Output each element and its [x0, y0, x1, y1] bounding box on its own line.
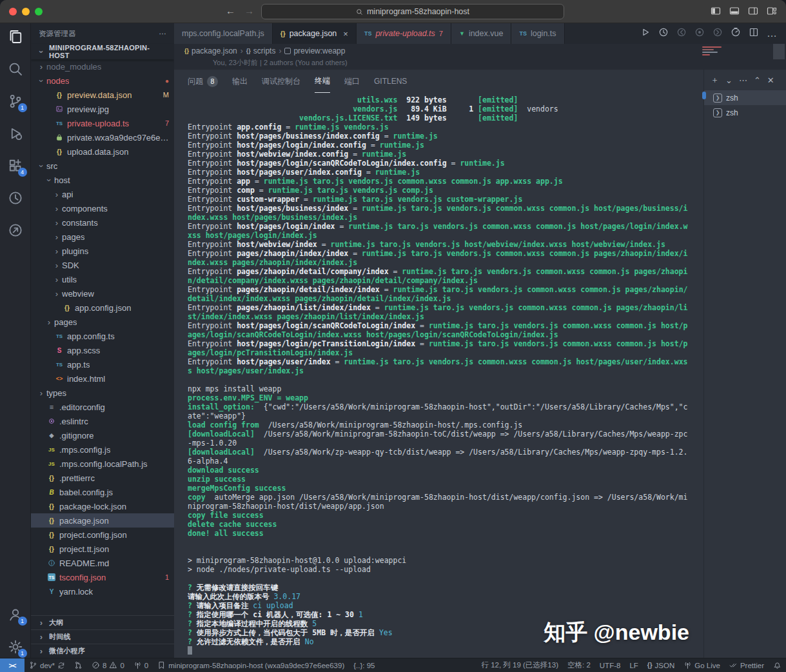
tree-item-host[interactable]: ›host	[31, 173, 174, 187]
breadcrumb-item[interactable]: {}scripts	[246, 46, 276, 55]
nav-back-icon[interactable]	[676, 27, 687, 40]
tree-item-app.ts[interactable]: TSapp.ts	[31, 357, 174, 371]
sidebar-section-大纲[interactable]: ›大纲	[31, 615, 174, 629]
tree-item-.gitignore[interactable]: ◆.gitignore	[31, 428, 174, 442]
close-icon[interactable]: ✕	[767, 75, 774, 85]
tree-item-SDK[interactable]: ›SDK	[31, 258, 174, 272]
tree-item-README.md[interactable]: README.md	[31, 556, 174, 570]
toggle-secondary-sidebar-icon[interactable]	[748, 6, 758, 16]
statusbar-eol[interactable]: LF	[625, 658, 642, 672]
tree-item-utils[interactable]: ›utils	[31, 272, 174, 286]
search-icon[interactable]	[7, 61, 24, 77]
tab-index.vue[interactable]: ▼index.vue	[451, 23, 511, 44]
plus-icon[interactable]: ＋	[711, 74, 719, 86]
panel-tab-端口[interactable]: 端口	[344, 70, 360, 93]
statusbar-language-mode[interactable]: {}JSON	[643, 658, 679, 672]
tree-item-.editorconfig[interactable]: ≡.editorconfig	[31, 400, 174, 414]
forward-icon[interactable]: →	[244, 5, 254, 16]
more-icon[interactable]: ⋯	[739, 75, 747, 85]
toggle-panel-icon[interactable]	[729, 6, 740, 16]
sidebar-section-微信小程序[interactable]: ›微信小程序	[31, 644, 174, 658]
history-icon[interactable]	[658, 27, 669, 40]
tree-item-.eslintrc[interactable]: .eslintrc	[31, 414, 174, 428]
statusbar-ports[interactable]: 0	[129, 658, 153, 672]
command-center-search[interactable]: miniprogram-58zhaopin-host	[261, 4, 564, 19]
timer-icon[interactable]	[731, 27, 741, 40]
tree-item-private-upload.ts[interactable]: TSprivate-upload.ts7	[31, 116, 174, 130]
statusbar-problems[interactable]: 80	[87, 658, 129, 672]
close-window-button[interactable]	[9, 8, 17, 15]
editor-scrollbar[interactable]	[773, 44, 785, 59]
tree-item-package.json[interactable]: {}package.json	[31, 513, 174, 528]
panel-tab-终端[interactable]: 终端	[315, 70, 330, 93]
gear-icon[interactable]: 1	[7, 638, 24, 655]
more-icon[interactable]: …	[767, 28, 777, 39]
breadcrumb-item[interactable]: {}package.json	[184, 46, 237, 55]
tree-item-.mps.config.js[interactable]: JS.mps.config.js	[31, 442, 174, 457]
chev-down-icon[interactable]: ⌄	[725, 75, 732, 85]
tree-item-types[interactable]: ›types	[31, 386, 174, 400]
tree-item-nodes[interactable]: ›nodes●	[31, 74, 174, 88]
back-icon[interactable]: ←	[226, 5, 235, 16]
sidebar-section-时间线[interactable]: ›时间线	[31, 629, 174, 644]
account-icon[interactable]: 1	[7, 606, 24, 623]
statusbar-counter[interactable]: {..}: 95	[349, 658, 379, 672]
tree-item-api[interactable]: ›api	[31, 187, 174, 201]
nav-dot-icon[interactable]	[694, 27, 705, 40]
debug-icon[interactable]	[7, 125, 24, 142]
minimize-window-button[interactable]	[22, 8, 30, 15]
panel-tab-问题[interactable]: 问题8	[188, 70, 218, 93]
clock-circle-icon[interactable]	[7, 190, 24, 206]
extensions-icon[interactable]: 4	[7, 157, 24, 174]
statusbar-go-live[interactable]: Go Live	[679, 658, 725, 672]
tree-item-preview.jpg[interactable]: preview.jpg	[31, 102, 174, 116]
tab-login.ts[interactable]: TSlogin.ts	[511, 23, 564, 44]
nav-forward-icon[interactable]	[712, 27, 723, 40]
tree-item-webview[interactable]: ›webview	[31, 286, 174, 301]
tree-item-pages[interactable]: ›pages	[31, 230, 174, 244]
tree-item-babel.config.js[interactable]: Bbabel.config.js	[31, 485, 174, 499]
chev-up-icon[interactable]: ⌃	[754, 75, 761, 85]
tree-item-preview.data.json[interactable]: {}preview.data.jsonM	[31, 88, 174, 102]
tree-item-yarn.lock[interactable]: Yyarn.lock	[31, 584, 174, 598]
tree-item-plugins[interactable]: ›plugins	[31, 244, 174, 258]
statusbar-git-branch[interactable]: dev*	[25, 658, 70, 672]
tree-item-src[interactable]: ›src	[31, 159, 174, 173]
panel-tab-输出[interactable]: 输出	[232, 70, 248, 93]
customize-layout-icon[interactable]	[767, 6, 777, 16]
remote-explorer-icon[interactable]	[7, 222, 24, 239]
tree-item-.prettierrc[interactable]: {}.prettierrc	[31, 471, 174, 485]
tree-item-pages[interactable]: ›pages	[31, 315, 174, 329]
zoom-window-button[interactable]	[35, 8, 43, 15]
close-icon[interactable]: ×	[343, 29, 348, 39]
tab-mps.config.localPath.js[interactable]: mps.config.localPath.js	[174, 23, 273, 44]
tab-private-upload.ts[interactable]: TSprivate-upload.ts7	[357, 23, 451, 44]
files-icon[interactable]	[7, 28, 24, 45]
tree-item-.mps.config.localPath.js[interactable]: JS.mps.config.localPath.js	[31, 457, 174, 471]
tree-item-constants[interactable]: ›constants	[31, 215, 174, 230]
run-icon[interactable]	[640, 27, 651, 40]
tree-item-app.config.ts[interactable]: TSapp.config.ts	[31, 329, 174, 343]
tree-item-app.scss[interactable]: Sapp.scss	[31, 343, 174, 357]
tree-item-nodemodules[interactable]: ›node_modules	[31, 59, 174, 74]
tree-item-private.wxa9a9dec97e6ee6...[interactable]: private.wxa9a9dec97e6ee6...	[31, 130, 174, 144]
tab-package.json[interactable]: {}package.json×	[273, 23, 357, 44]
terminal-instance-zsh[interactable]: ❯zsh	[704, 105, 786, 120]
tree-item-tsconfig.json[interactable]: TStsconfig.json1	[31, 570, 174, 584]
tree-item-project.config.json[interactable]: {}project.config.json	[31, 528, 174, 542]
statusbar-gitlens-compare[interactable]	[70, 658, 87, 672]
explorer-more-icon[interactable]: ⋯	[159, 29, 167, 38]
terminal-output[interactable]: utils.wxs 922 bytes [emitted] vendors.js…	[174, 93, 703, 658]
panel-tab-GITLENS[interactable]: GITLENS	[374, 70, 407, 93]
statusbar-project-id[interactable]: miniprogram-58zhaopin-host (wxa9a9dec97e…	[153, 658, 349, 672]
statusbar-notifications[interactable]	[769, 658, 786, 672]
terminal-instance-zsh[interactable]: ❯zsh	[704, 90, 786, 105]
tree-item-package-lock.json[interactable]: {}package-lock.json	[31, 499, 174, 513]
statusbar-encoding[interactable]: UTF-8	[595, 658, 625, 672]
statusbar-prettier[interactable]: Prettier	[725, 658, 769, 672]
split-icon[interactable]	[749, 27, 759, 40]
tree-item-app.config.json[interactable]: {}app.config.json	[31, 301, 174, 315]
tree-item-upload.data.json[interactable]: {}upload.data.json	[31, 144, 174, 159]
tree-item-index.html[interactable]: <>index.html	[31, 371, 174, 386]
tree-item-project.tt.json[interactable]: {}project.tt.json	[31, 542, 174, 556]
